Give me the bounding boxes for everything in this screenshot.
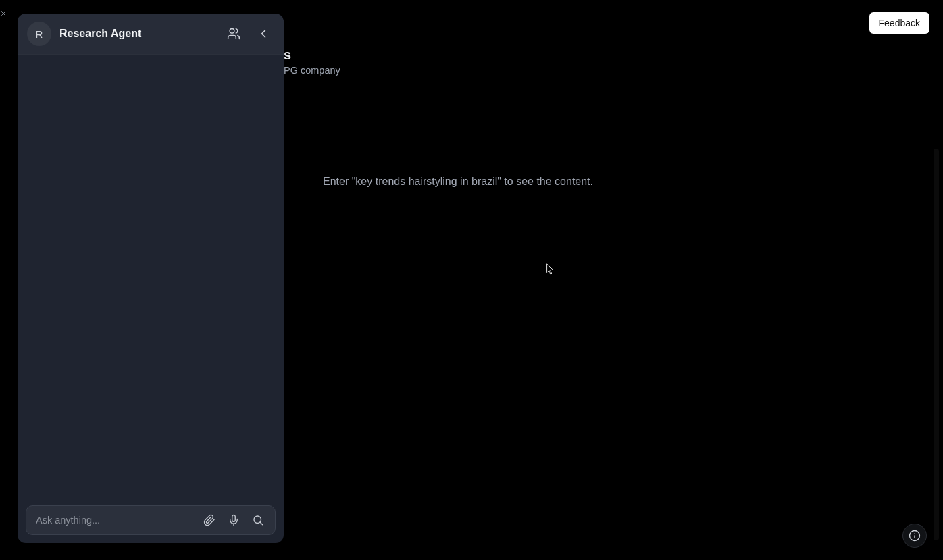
background-title-fragment: s <box>284 47 291 63</box>
input-wrap <box>18 497 284 543</box>
info-icon <box>909 530 921 542</box>
main-placeholder-text: Enter "key trends hairstyling in brazil"… <box>323 176 593 188</box>
chat-input-bar <box>26 505 276 535</box>
chevron-left-icon <box>257 27 270 41</box>
background-subtitle-fragment: PG company <box>284 65 340 76</box>
svg-point-2 <box>230 29 234 34</box>
svg-point-4 <box>254 516 261 524</box>
search-button[interactable] <box>248 510 268 530</box>
members-button[interactable] <box>223 23 245 45</box>
attach-button[interactable] <box>199 510 220 530</box>
collapse-sidebar-button[interactable] <box>253 23 274 45</box>
info-button[interactable] <box>902 524 927 548</box>
scrollbar-track[interactable] <box>934 149 939 540</box>
svg-line-5 <box>260 522 262 524</box>
sidebar-title: Research Agent <box>59 28 215 40</box>
agent-avatar: R <box>27 22 51 46</box>
agent-avatar-initial: R <box>36 28 43 40</box>
feedback-label: Feedback <box>879 18 920 28</box>
search-icon <box>252 514 264 526</box>
voice-button[interactable] <box>224 510 244 530</box>
mouse-cursor-icon <box>546 263 555 276</box>
agent-sidebar: R Research Agent <box>18 14 284 543</box>
sidebar-header: R Research Agent <box>18 14 284 55</box>
close-icon <box>0 9 7 18</box>
partial-close-button[interactable] <box>0 8 7 19</box>
paperclip-icon <box>203 514 215 526</box>
feedback-button[interactable]: Feedback <box>869 12 929 34</box>
sidebar-body <box>18 55 284 497</box>
chat-input[interactable] <box>36 515 195 526</box>
mic-icon <box>228 514 240 526</box>
members-icon <box>227 27 240 41</box>
